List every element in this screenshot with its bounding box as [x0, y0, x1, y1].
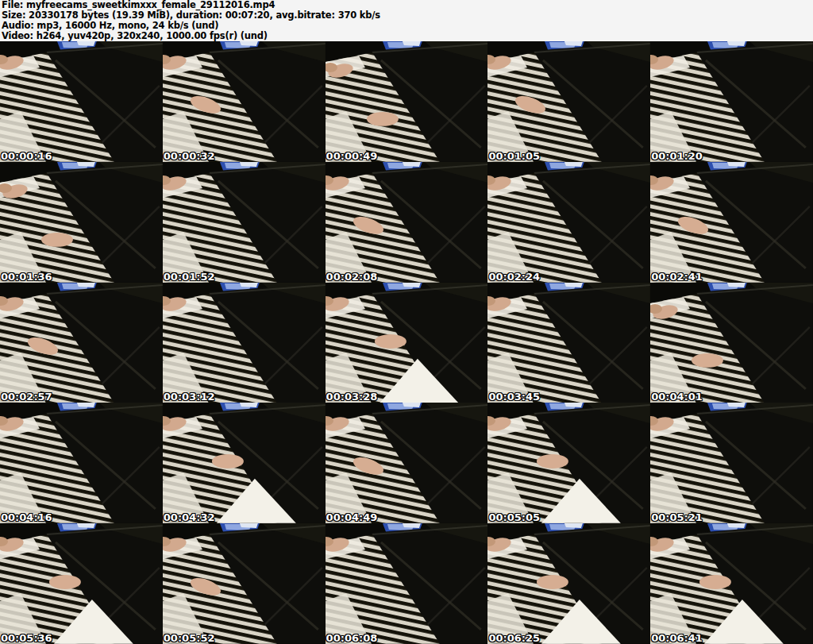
video-thumbnail: 00:04:16	[0, 403, 163, 523]
timestamp-label: 00:02:24	[488, 272, 540, 283]
media-info-header: File: myfreecams_sweetkimxxx_female_2911…	[0, 0, 813, 41]
timestamp-label: 00:01:20	[651, 151, 703, 162]
video-thumbnail: 00:05:05	[487, 403, 650, 523]
pianist-hand	[49, 575, 81, 589]
video-thumbnail: 00:00:16	[0, 41, 163, 162]
piano-frame-image	[0, 403, 163, 523]
video-info-line: Video: h264, yuv420p, 320x240, 1000.00 f…	[2, 31, 813, 41]
video-thumbnail: 00:01:20	[650, 41, 813, 162]
piano-frame-image	[163, 41, 326, 162]
piano-frame-image	[487, 403, 650, 523]
piano-frame-image	[326, 41, 488, 162]
video-thumbnail: 00:05:52	[163, 523, 326, 644]
piano-frame-image	[163, 162, 326, 283]
piano-frame-image	[650, 162, 813, 283]
video-thumbnail: 00:00:49	[326, 41, 488, 162]
pianist-hand	[212, 454, 244, 469]
piano-frame-image	[487, 162, 650, 283]
video-thumbnail: 00:03:45	[487, 283, 650, 403]
timestamp-label: 00:03:12	[164, 391, 215, 403]
timestamp-label: 00:01:52	[164, 272, 215, 283]
piano-frame-image	[0, 523, 163, 644]
video-thumbnail: 00:05:36	[0, 523, 163, 644]
pianist-hand	[367, 112, 399, 126]
video-thumbnail: 00:03:28	[326, 283, 488, 403]
pianist-hand	[537, 454, 568, 469]
thumbnail-grid: 00:00:16	[0, 41, 813, 644]
piano-frame-image	[163, 523, 326, 644]
timestamp-label: 00:00:49	[326, 151, 378, 162]
piano-frame-image	[487, 523, 650, 644]
video-thumbnail: 00:06:41	[650, 523, 813, 644]
timestamp-label: 00:03:45	[488, 391, 540, 403]
video-thumbnail: 00:02:08	[326, 162, 488, 283]
timestamp-label: 00:05:05	[488, 512, 540, 523]
video-thumbnail: 00:06:08	[326, 523, 488, 644]
timestamp-label: 00:01:36	[1, 272, 52, 283]
video-thumbnail: 00:01:36	[0, 162, 163, 283]
piano-frame-image	[0, 283, 163, 403]
piano-frame-image	[650, 283, 813, 403]
pianist-hand	[699, 575, 731, 589]
piano-frame-image	[650, 41, 813, 162]
pianist-hand	[692, 353, 723, 367]
piano-frame-image	[487, 283, 650, 403]
timestamp-label: 00:04:32	[164, 512, 215, 523]
piano-frame-image	[326, 283, 488, 403]
pianist-hand	[537, 575, 568, 589]
timestamp-label: 00:05:21	[651, 512, 703, 523]
piano-frame-image	[0, 162, 163, 283]
piano-frame-image	[163, 403, 326, 523]
timestamp-label: 00:02:57	[1, 391, 52, 403]
timestamp-label: 00:01:05	[488, 151, 540, 162]
piano-frame-image	[650, 523, 813, 644]
video-thumbnail: 00:00:32	[163, 41, 326, 162]
timestamp-label: 00:06:41	[651, 633, 703, 644]
timestamp-label: 00:03:28	[326, 391, 378, 403]
timestamp-label: 00:02:41	[651, 272, 703, 283]
video-thumbnail: 00:01:52	[163, 162, 326, 283]
piano-frame-image	[650, 403, 813, 523]
timestamp-label: 00:06:25	[488, 633, 540, 644]
timestamp-label: 00:00:32	[164, 151, 215, 162]
piano-frame-image	[163, 283, 326, 403]
pianist-hand	[41, 233, 73, 247]
piano-frame-image	[326, 403, 488, 523]
video-contact-sheet: File: myfreecams_sweetkimxxx_female_2911…	[0, 0, 813, 644]
pianist-hand	[375, 334, 406, 349]
video-thumbnail: 00:01:05	[487, 41, 650, 162]
piano-frame-image	[326, 162, 488, 283]
video-thumbnail: 00:04:32	[163, 403, 326, 523]
piano-frame-image	[326, 523, 488, 644]
timestamp-label: 00:04:16	[1, 512, 52, 523]
timestamp-label: 00:02:08	[326, 272, 378, 283]
video-thumbnail: 00:04:49	[326, 403, 488, 523]
video-thumbnail: 00:03:12	[163, 283, 326, 403]
timestamp-label: 00:05:52	[164, 633, 215, 644]
video-thumbnail: 00:02:57	[0, 283, 163, 403]
video-thumbnail: 00:04:01	[650, 283, 813, 403]
timestamp-label: 00:04:01	[651, 391, 703, 403]
timestamp-label: 00:04:49	[326, 512, 378, 523]
piano-frame-image	[487, 41, 650, 162]
video-thumbnail: 00:02:41	[650, 162, 813, 283]
video-thumbnail: 00:05:21	[650, 403, 813, 523]
video-thumbnail: 00:06:25	[487, 523, 650, 644]
timestamp-label: 00:00:16	[1, 151, 52, 162]
video-thumbnail: 00:02:24	[487, 162, 650, 283]
piano-frame-image	[0, 41, 163, 162]
timestamp-label: 00:05:36	[1, 633, 52, 644]
timestamp-label: 00:06:08	[326, 633, 378, 644]
